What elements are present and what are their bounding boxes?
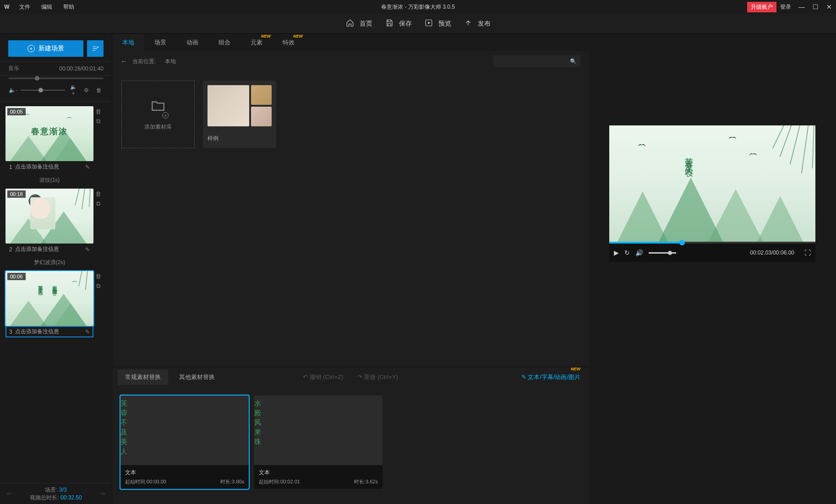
home-icon (346, 19, 357, 29)
scene-3-caption[interactable]: 点击添加备注信息 (15, 328, 85, 336)
folder-plus-icon: + (150, 98, 166, 117)
asset-search-box[interactable]: 🔍 (493, 55, 580, 67)
new-badge: NEW (261, 34, 271, 38)
plus-icon: + (27, 45, 35, 52)
tab-other-replace[interactable]: 其他素材替换 (172, 369, 222, 385)
menu-help[interactable]: 帮助 (58, 3, 80, 11)
asset-search-input[interactable] (497, 58, 570, 65)
toolbar-save-label: 保存 (399, 20, 412, 28)
preview-progress-bar[interactable] (609, 242, 815, 244)
edit-text-media-link[interactable]: NEW ✎ 文本/字幕/动画/图片 (521, 373, 580, 381)
toolbar-save[interactable]: 保存 (385, 19, 412, 29)
volume-slider[interactable] (21, 90, 65, 91)
transition-label-2[interactable]: 梦幻波浪(2s) (5, 259, 93, 266)
bottom-panel: 常规素材替换 其他素材替换 ↶ 撤销 (Ctrl+Z) ↷ 重做 (Ctrl+Y… (112, 367, 589, 504)
menu-file[interactable]: 文件 (14, 3, 36, 11)
scene-2-caption[interactable]: 点击添加备注信息 (15, 245, 85, 253)
tab-combo[interactable]: 组合 (208, 34, 240, 51)
breadcrumb-back-button[interactable]: ← (120, 57, 128, 65)
music-info-row: 音乐 00:00:28/00:01:40 (0, 61, 112, 76)
scene-3-delete-icon[interactable]: 🗑 (95, 273, 101, 280)
music-settings-icon[interactable]: ⚙ (82, 87, 91, 93)
scene-1-delete-icon[interactable]: 🗑 (95, 108, 101, 115)
scene-2-timestamp: 00:18 (7, 190, 26, 198)
tab-scene[interactable]: 场景 (144, 34, 176, 51)
preview-panel: 芙蓉不及美人妆 ▶ ↻ 🔊 00:02.03/00:06.00 ⛶ (589, 34, 836, 504)
main-toolbar: 首页 保存 预览 发布 (0, 14, 836, 34)
scene-3-edit-icon[interactable]: ✎ (85, 329, 93, 335)
prev-scene-button[interactable]: ← (5, 489, 14, 499)
scene-2-edit-icon[interactable]: ✎ (85, 246, 93, 253)
sidebar-footer: ← 场景: 3/3 视频总时长: 00:32.50 → (0, 483, 112, 504)
tab-effect[interactable]: 特效NEW (273, 34, 305, 51)
scene-1-edit-icon[interactable]: ✎ (85, 164, 93, 170)
scene-3-vtext-b: 水殿风来珠翠香 (51, 281, 58, 287)
close-button[interactable]: ✕ (822, 3, 836, 11)
tab-animation[interactable]: 动画 (176, 34, 208, 51)
fullscreen-button[interactable]: ⛶ (804, 249, 811, 256)
scene-count-value: 3/3 (59, 487, 67, 493)
volume-down-icon[interactable]: 🔈- (8, 87, 17, 93)
preview-canvas[interactable]: 芙蓉不及美人妆 (609, 125, 815, 242)
menu-edit[interactable]: 编辑 (36, 3, 58, 11)
scene-1-timestamp: 00:05 (7, 108, 26, 115)
scene-2-delete-icon[interactable]: 🗑 (95, 190, 101, 197)
clip-2-start: 00:02.01 (280, 479, 300, 484)
scene-count-label: 场景: (45, 487, 57, 493)
transition-label-1[interactable]: 波纹(1s) (5, 176, 93, 184)
new-scene-button[interactable]: + 新建场景 (8, 40, 83, 57)
scene-3-vtext-a: 芙蓉不及美人妆 (37, 281, 44, 287)
breadcrumb-label: 当前位置: (132, 58, 156, 65)
scene-2-index: 2 (6, 246, 15, 253)
add-asset-library-button[interactable]: + 添加素材库 (121, 81, 195, 148)
music-progress-bar[interactable] (8, 77, 104, 79)
scene-1-index: 1 (6, 164, 15, 170)
music-delete-icon[interactable]: 🗑 (94, 87, 104, 93)
new-scene-label: 新建场景 (38, 44, 64, 53)
clip-2-duration: 3.62s (366, 479, 378, 484)
upgrade-account-button[interactable]: 升级账户 (747, 2, 776, 12)
next-scene-button[interactable]: → (98, 489, 106, 499)
play-button[interactable]: ▶ (614, 249, 619, 256)
preview-vertical-text: 芙蓉不及美人妆 (683, 151, 694, 164)
toolbar-preview[interactable]: 预览 (425, 19, 451, 29)
music-label: 音乐 (8, 65, 19, 72)
clip-2-text-preview: 水殿风来珠 (254, 396, 265, 465)
sort-icon (92, 45, 99, 52)
publish-icon (464, 19, 475, 29)
toolbar-home[interactable]: 首页 (346, 19, 372, 29)
maximize-button[interactable]: ☐ (809, 3, 822, 11)
login-button[interactable]: 登录 (780, 3, 791, 11)
scene-1-copy-icon[interactable]: ⧉ (96, 118, 100, 125)
asset-tabs: 本地 场景 动画 组合 元素NEW 特效NEW (112, 34, 589, 51)
volume-icon[interactable]: 🔊 (635, 249, 643, 256)
clip-item-1[interactable]: 芙蓉不及美人 文本 起始时间:00:00.00 时长:3.80s (120, 396, 249, 489)
tab-element[interactable]: 元素NEW (240, 34, 273, 51)
scene-item-3[interactable]: 芙蓉不及美人妆 水殿风来珠翠香 00:06 🗑 ⧉ (5, 271, 106, 337)
toolbar-publish[interactable]: 发布 (464, 19, 491, 29)
tab-normal-replace[interactable]: 常规素材替换 (118, 369, 168, 385)
redo-button: ↷ 重做 (Ctrl+Y) (357, 373, 398, 381)
scene-3-index: 3 (6, 329, 15, 335)
asset-folder-sample[interactable]: 样例 (203, 81, 276, 148)
add-asset-label: 添加素材库 (144, 123, 172, 131)
total-duration-value: 00:32.50 (60, 494, 82, 501)
scene-sidebar: + 新建场景 音乐 00:00:28/00:01:40 🔈- 🔈+ ⚙ 🗑 (0, 34, 112, 504)
search-icon[interactable]: 🔍 (570, 58, 577, 65)
clip-item-2[interactable]: 水殿风来珠 文本 起始时间:00:02.01 时长:3.62s (254, 396, 382, 489)
loop-button[interactable]: ↻ (624, 249, 630, 256)
toolbar-preview-label: 预览 (438, 20, 451, 28)
scene-3-copy-icon[interactable]: ⧉ (96, 282, 100, 290)
volume-up-icon[interactable]: 🔈+ (69, 84, 78, 97)
sort-scenes-button[interactable] (87, 40, 104, 57)
minimize-button[interactable]: — (795, 3, 809, 11)
scene-2-copy-icon[interactable]: ⧉ (96, 200, 100, 207)
scene-item-1[interactable]: 春意渐浓 00:05 🗑 ⧉ 1 点击添加备注信息 ✎ (5, 106, 106, 173)
center-panel: 本地 场景 动画 组合 元素NEW 特效NEW ← 当前位置: 本地 🔍 + 添… (112, 34, 589, 504)
tab-local[interactable]: 本地 (112, 34, 144, 51)
app-logo: W (0, 4, 14, 10)
scene-item-2[interactable]: 00:18 🗑 ⧉ 2 点击添加备注信息 ✎ (5, 189, 106, 255)
clip-1-start: 00:00.00 (147, 479, 166, 484)
scene-1-caption[interactable]: 点击添加备注信息 (15, 163, 85, 171)
preview-volume-slider[interactable] (649, 252, 676, 254)
